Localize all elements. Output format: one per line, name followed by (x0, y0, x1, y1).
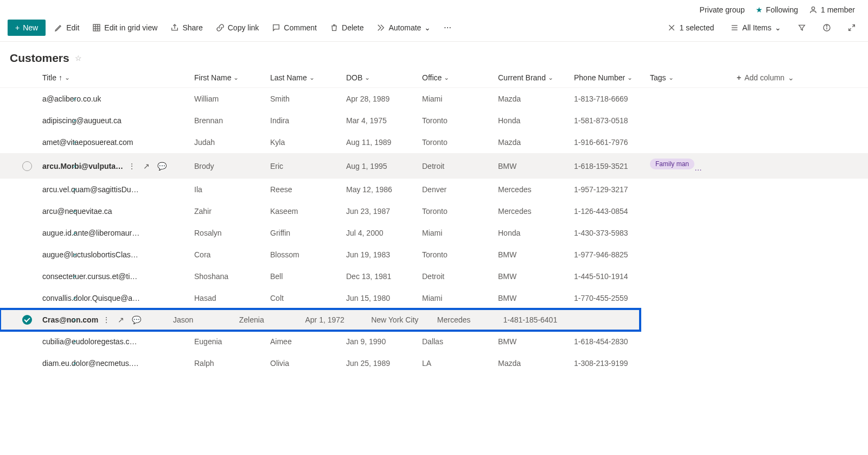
row-share-icon[interactable]: ↗ (118, 315, 124, 324)
cell-title[interactable]: Cras@non.com (42, 315, 98, 324)
filter-icon (797, 23, 806, 32)
link-icon (216, 23, 225, 32)
filter-button[interactable] (793, 20, 810, 35)
cell-title[interactable]: cubilia@eudoloregestas.co.uk (42, 337, 140, 346)
view-selector[interactable]: All Items ⌄ (726, 20, 786, 35)
comment-button[interactable]: Comment (267, 20, 321, 35)
col-header-title[interactable]: Title ↑ ⌄ (38, 73, 190, 82)
row-comment-icon[interactable]: 💬 (157, 162, 167, 170)
info-icon (822, 23, 831, 32)
cell-title[interactable]: arcu.vel.quam@sagittisDuisgravida.com (42, 185, 140, 194)
table-row[interactable]: ↗arcu.vel.quam@sagittisDuisgravida.com⋮↗… (0, 179, 868, 200)
cell-brand: Honda (494, 116, 570, 125)
share-button[interactable]: Share (166, 20, 207, 35)
col-header-phone[interactable]: Phone Number⌄ (570, 73, 646, 82)
table-row[interactable]: ↗amet@vitaeposuereat.com⋮↗💬JudahKylaAug … (0, 131, 868, 153)
following-button[interactable]: ★ Following (756, 5, 798, 14)
cell-last: Smith (266, 94, 342, 103)
table-row[interactable]: ↗convallis.dolor.Quisque@at.co.uk⋮↗💬Hasa… (0, 287, 868, 309)
cell-phone: 1-770-455-2559 (570, 294, 646, 302)
expand-button[interactable] (843, 20, 860, 35)
row-more-icon[interactable]: ⋮ (128, 162, 136, 170)
cell-first: Jason (169, 315, 235, 324)
members-button[interactable]: 1 member (809, 5, 855, 14)
sort-up-icon: ↑ (59, 73, 62, 82)
tag-pill: Family man (650, 159, 694, 169)
cell-dob: Jun 25, 1989 (342, 359, 418, 368)
table-row[interactable]: ↗cubilia@eudoloregestas.co.uk⋮↗💬EugeniaA… (0, 331, 868, 352)
cell-office: Miami (418, 94, 494, 103)
site-meta: Private group ★ Following 1 member (0, 0, 868, 14)
table-row[interactable]: ↗diam.eu.dolor@necmetus.net⋮↗💬RalphOlivi… (0, 352, 868, 374)
col-header-tags[interactable]: Tags⌄ (646, 73, 732, 82)
cell-first: Brody (190, 162, 266, 170)
row-comment-icon[interactable]: 💬 (132, 315, 141, 324)
cell-phone: 1-957-129-3217 (570, 185, 646, 194)
cell-title[interactable]: convallis.dolor.Quisque@at.co.uk (42, 294, 140, 302)
cell-title[interactable]: augue.id.ante@liberomaurisaliquam.co.uk (42, 229, 140, 237)
edit-button[interactable]: Edit (50, 20, 84, 35)
cell-office: Denver (418, 185, 494, 194)
cell-first: Cora (190, 250, 266, 259)
cell-title[interactable]: diam.eu.dolor@necmetus.net (42, 359, 140, 368)
clear-selection-button[interactable]: 1 selected (663, 20, 718, 35)
info-button[interactable] (818, 20, 835, 35)
automate-button[interactable]: Automate ⌄ (372, 20, 435, 35)
table-row[interactable]: ↗arcu@nequevitae.ca⋮↗💬ZahirKaseemJun 23,… (0, 200, 868, 222)
hyperlink-indicator-icon: ↗ (72, 209, 76, 214)
edit-grid-button[interactable]: Edit in grid view (88, 20, 162, 35)
cell-title[interactable]: arcu@nequevitae.ca (42, 207, 112, 216)
table-row[interactable]: ↗a@aclibero.co.uk⋮↗💬WilliamSmithApr 28, … (0, 88, 868, 110)
chevron-down-icon: ⌄ (444, 74, 449, 81)
ellipsis-icon: ⋯ (444, 23, 451, 32)
cell-brand: BMW (494, 294, 570, 302)
col-header-office[interactable]: Office⌄ (418, 73, 494, 82)
more-button[interactable]: ⋯ (439, 20, 456, 35)
cell-phone: 1-916-661-7976 (570, 138, 646, 147)
cell-last: Olivia (266, 359, 342, 368)
private-group-label: Private group (700, 5, 745, 14)
delete-button[interactable]: Delete (326, 20, 368, 35)
cell-office: Dallas (418, 337, 494, 346)
cell-tags: Family manLooking to buy s... (646, 159, 732, 173)
cell-title[interactable]: consectetuer.cursus.et@tinciduntDonec.co… (42, 272, 140, 281)
copy-link-button[interactable]: Copy link (212, 20, 264, 35)
cell-title[interactable]: amet@vitaeposuereat.com (42, 138, 133, 147)
col-header-dob[interactable]: DOB⌄ (342, 73, 418, 82)
cell-dob: Jan 9, 1990 (342, 337, 418, 346)
chevron-down-icon: ⌄ (548, 74, 553, 81)
row-selected-check-icon[interactable] (22, 315, 32, 325)
close-icon (667, 23, 676, 32)
share-icon (170, 23, 179, 32)
table-row[interactable]: ↗consectetuer.cursus.et@tinciduntDonec.c… (0, 266, 868, 287)
row-share-icon[interactable]: ↗ (143, 162, 150, 170)
table-row[interactable]: ↗augue.id.ante@liberomaurisaliquam.co.uk… (0, 222, 868, 244)
svg-rect-1 (93, 24, 100, 31)
new-button[interactable]: + New (8, 20, 46, 36)
table-row[interactable]: ↗Cras@non.com⋮↗💬JasonZeleniaApr 1, 1972N… (0, 309, 640, 331)
cell-title[interactable]: augue@luctuslobortisClass.co.uk (42, 250, 140, 259)
favorite-icon[interactable]: ☆ (75, 54, 82, 62)
cell-brand: Mercedes (433, 315, 499, 324)
cell-last: Reese (266, 185, 342, 194)
col-header-last[interactable]: Last Name⌄ (266, 73, 342, 82)
cell-phone: 1-581-873-0518 (570, 116, 646, 125)
table-row[interactable]: ↗adipiscing@augueut.ca⋮↗💬BrennanIndiraMa… (0, 110, 868, 131)
table-row[interactable]: ↗augue@luctuslobortisClass.co.uk⋮↗💬CoraB… (0, 244, 868, 266)
col-header-brand[interactable]: Current Brand⌄ (494, 73, 570, 82)
cell-title[interactable]: arcu.Morbi@vulputatedui... (42, 162, 124, 170)
cell-title[interactable]: adipiscing@augueut.ca (42, 116, 122, 125)
chevron-down-icon: ⌄ (627, 74, 633, 81)
row-more-icon[interactable]: ⋮ (103, 315, 110, 324)
col-header-first[interactable]: First Name⌄ (190, 73, 266, 82)
row-select-circle[interactable] (22, 161, 32, 171)
add-column-button[interactable]: +Add column⌄ (732, 73, 808, 82)
table-row[interactable]: ↗arcu.Morbi@vulputatedui...⋮↗💬BrodyEricA… (0, 153, 868, 179)
hyperlink-indicator-icon: ↗ (72, 274, 76, 280)
cell-last: Griffin (266, 229, 342, 237)
cell-phone: 1-618-454-2830 (570, 337, 646, 346)
cell-dob: Jun 23, 1987 (342, 207, 418, 216)
chevron-down-icon: ⌄ (788, 73, 794, 82)
hyperlink-indicator-icon: ↗ (72, 361, 76, 366)
cell-phone: 1-126-443-0854 (570, 207, 646, 216)
